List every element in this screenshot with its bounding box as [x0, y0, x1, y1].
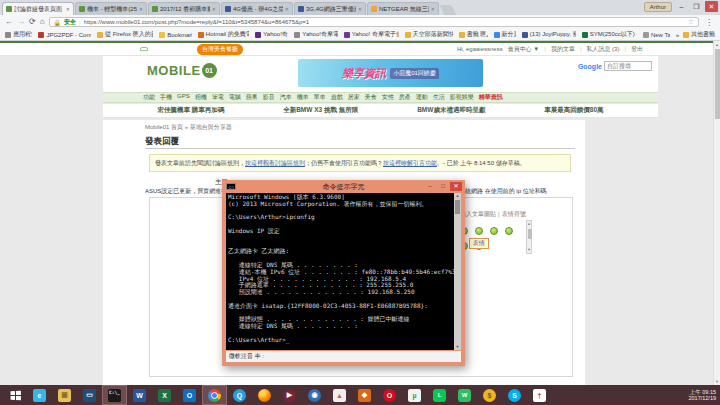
category-link[interactable]: GPS [177, 93, 190, 102]
category-link[interactable]: 機車 [297, 93, 309, 102]
window-minimize-button[interactable]: – [675, 1, 688, 12]
health-app[interactable]: † [527, 385, 552, 405]
tab-close-icon[interactable]: ✕ [66, 6, 70, 12]
category-link[interactable]: 美食 [365, 93, 377, 102]
emoticon-scrollbar[interactable]: ▲ ▼ [526, 220, 532, 254]
word[interactable]: W [127, 385, 152, 405]
command-prompt[interactable]: C:\_ [102, 385, 127, 405]
category-link[interactable]: 女性 [382, 93, 394, 102]
wechat[interactable]: W [452, 385, 477, 405]
bookmark-item[interactable]: 天空部落新聞快訊 [405, 30, 453, 39]
my-articles-link[interactable]: 我的文章 [551, 45, 575, 54]
firefox[interactable] [252, 385, 277, 405]
address-bar[interactable]: 🔒 安全 | https://www.mobile01.com/post.php… [49, 17, 699, 27]
window-close-button[interactable]: ✕ [705, 1, 718, 12]
text-ad-link[interactable]: BMW歲末禮遇即時呈獻 [417, 106, 485, 115]
quicktime[interactable]: Q [227, 385, 252, 405]
category-link[interactable]: 影視娛樂 [450, 93, 474, 102]
tab-close-icon[interactable]: ✕ [285, 6, 289, 12]
line[interactable]: L [427, 385, 452, 405]
new-tab-button[interactable] [440, 5, 457, 15]
bookmark-star-icon[interactable]: ☆ [688, 18, 694, 26]
site-nav-tab[interactable] [140, 47, 148, 51]
bookmark-item[interactable]: Yahoo! 奇摩電子信箱 [344, 30, 399, 39]
scrollbar-thumb[interactable] [715, 49, 720, 119]
breadcrumb[interactable]: Mobile01 首頁 » 基地台與分享器 [145, 123, 232, 132]
excel[interactable]: X [152, 385, 177, 405]
category-link[interactable]: 手機 [160, 93, 172, 102]
text-ad-link[interactable]: 車展最高回饋價80萬 [544, 106, 603, 115]
site-nav-tab[interactable] [186, 48, 192, 50]
kmplayer[interactable]: ▶ [277, 385, 302, 405]
reload-icon[interactable]: ⟳ [29, 17, 36, 27]
bookmark-item[interactable]: SYM(250cc以下) - 小 [582, 30, 637, 39]
bookmark-item[interactable]: JPG2PDF - Convert [38, 32, 91, 38]
web-globe[interactable]: ◉ [302, 385, 327, 405]
quote-help-link[interactable]: 按這裡瞭解引言功能 [383, 160, 437, 166]
scroll-down-icon[interactable]: ▼ [714, 378, 720, 385]
text-ad-link[interactable]: 全新BMW X3 挑戰 無所限 [283, 106, 358, 115]
opera[interactable]: O [377, 385, 402, 405]
promo-banner[interactable]: 樂享資訊 小惡魔01回饋慶 [298, 59, 483, 87]
site-nav-tab[interactable] [175, 48, 181, 50]
back-icon[interactable]: ← [5, 17, 13, 27]
category-link[interactable]: 居家 [348, 93, 360, 102]
forward-icon[interactable]: → [17, 17, 25, 27]
internet-explorer[interactable]: e [27, 385, 52, 405]
remote-desktop[interactable]: ▭ [77, 385, 102, 405]
file-explorer[interactable]: ▣ [52, 385, 77, 405]
category-link[interactable]: 生活 [433, 93, 445, 102]
member-menu[interactable]: 會員中心 ▼ [508, 45, 540, 54]
category-link[interactable]: 遊戲 [331, 93, 343, 102]
emoticon-laugh[interactable] [475, 227, 483, 235]
site-promo-pill[interactable]: 台灣美食餐廳 [197, 44, 243, 55]
bookmark-item[interactable]: 應用程式 [5, 30, 32, 39]
bookmarks-overflow-icon[interactable]: » [676, 32, 679, 38]
scrollbar-thumb[interactable] [455, 200, 460, 214]
browser-tab[interactable]: 2017/12 春節購車動態(要) ✕ [148, 2, 220, 15]
category-link[interactable]: 蘋果 [246, 93, 258, 102]
start-button[interactable] [3, 385, 27, 405]
vlc[interactable]: ▲ [327, 385, 352, 405]
cmd-minimize-button[interactable]: – [424, 182, 436, 191]
category-link[interactable]: 汽車 [280, 93, 292, 102]
category-link[interactable]: 單車 [314, 93, 326, 102]
browser-tab[interactable]: 機車 - 輕型機車(250cc) ✕ [75, 2, 147, 15]
console-scrollbar[interactable]: ▲ ▼ [454, 193, 461, 350]
browser-tab[interactable]: 4G優惠 - 辦4G之星?(T) ✕ [221, 2, 293, 15]
category-link-hot[interactable]: 精華資訊 [479, 93, 503, 102]
bookmark-item[interactable]: 新分頁 [494, 30, 516, 39]
bookmark-item[interactable]: Yahoo!奇摩 [255, 30, 288, 39]
category-link[interactable]: 筆電 [212, 93, 224, 102]
other-bookmarks-label[interactable]: 其他書籤 [691, 30, 715, 39]
bookmark-item[interactable]: Yahoo!奇摩電影 [294, 30, 337, 39]
tab-close-icon[interactable]: ✕ [212, 6, 216, 12]
scroll-down-icon[interactable]: ▼ [454, 344, 461, 350]
category-link[interactable]: 影音 [263, 93, 275, 102]
scroll-up-icon[interactable]: ▲ [527, 221, 531, 227]
bookmark-item[interactable]: 書籤 匯入 [459, 30, 488, 39]
cmd-title-bar[interactable]: C:\ 命令提示字元 – □ ✕ [222, 180, 465, 193]
bookmark-item[interactable]: New Tab [643, 32, 670, 38]
chrome[interactable] [202, 385, 227, 405]
browser-tab[interactable]: 討論群組發表頁面 - Mob ✕ [2, 2, 74, 15]
category-link[interactable]: 運動 [416, 93, 428, 102]
browser-tab[interactable]: 3G,4G網路三重優惠 - 台灣 ✕ [294, 2, 366, 15]
category-link[interactable]: 相機 [195, 93, 207, 102]
tab-close-icon[interactable]: ✕ [139, 6, 143, 12]
emoticon-grin[interactable] [505, 227, 513, 235]
text-ad-link[interactable]: 宏佳騰機車 購車再加碼 [157, 106, 224, 115]
cmd-close-button[interactable]: ✕ [450, 182, 462, 191]
search-input[interactable] [604, 61, 652, 71]
browser-menu-icon[interactable]: ⋮ [703, 18, 715, 27]
emoticon-wink[interactable] [490, 227, 498, 235]
tab-close-icon[interactable]: ✕ [358, 6, 362, 12]
logout-link[interactable]: 登出 [631, 45, 643, 54]
bookmark-item[interactable]: 從 Firefox 匯入的書籤 [97, 30, 153, 39]
category-link[interactable]: 房產 [399, 93, 411, 102]
coin[interactable]: $ [477, 385, 502, 405]
home-icon[interactable]: ⌂ [40, 17, 45, 27]
rules-link[interactable]: 按這裡觀看討論區規則 [245, 160, 305, 166]
bookmark-item[interactable]: (13) JoyiPuppy, 寵物 [522, 30, 576, 39]
bookmark-item[interactable]: Hotmail 的免費電子 [198, 30, 249, 39]
